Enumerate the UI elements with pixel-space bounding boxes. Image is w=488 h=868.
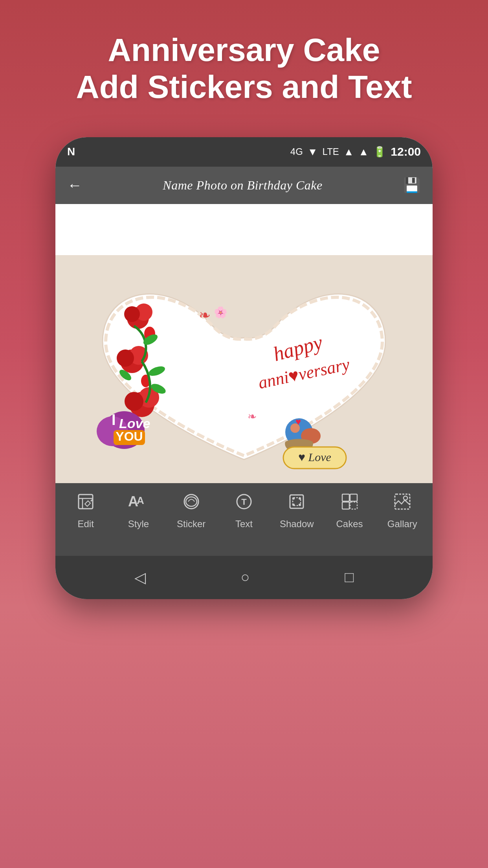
tool-style[interactable]: A A Style <box>119 493 158 530</box>
cakes-icon <box>341 493 358 513</box>
edit-label: Edit <box>77 519 94 530</box>
clock: 12:00 <box>391 145 421 158</box>
svg-text:YOU: YOU <box>116 429 143 443</box>
svg-text:❧: ❧ <box>199 307 211 323</box>
tool-shadow[interactable]: Shadow <box>277 493 316 530</box>
svg-point-3 <box>124 306 140 322</box>
wifi-icon: ▼ <box>308 146 318 158</box>
gallery-icon <box>394 493 411 513</box>
content-spacer <box>55 204 433 255</box>
style-icon: A A <box>128 493 149 513</box>
back-button[interactable]: ← <box>67 177 82 194</box>
svg-text:T: T <box>241 497 247 507</box>
style-label: Style <box>128 519 149 530</box>
text-icon: T <box>235 493 253 513</box>
lte-label: LTE <box>323 146 339 157</box>
tool-cakes[interactable]: Cakes <box>330 493 369 530</box>
sticker-label: Sticker <box>177 519 205 530</box>
tool-edit[interactable]: Edit <box>66 493 105 530</box>
gallery-label: Gallary <box>387 519 417 530</box>
text-label: Text <box>235 519 253 530</box>
carrier-icon: N <box>67 145 75 158</box>
status-bar: N 4G ▼ LTE ▲ ▲ 🔋 12:00 <box>55 137 433 167</box>
app-bar: ← Name Photo on Birthday Cake 💾 <box>55 167 433 204</box>
svg-rect-50 <box>350 502 357 509</box>
shadow-label: Shadow <box>280 519 314 530</box>
svg-point-6 <box>117 349 134 367</box>
svg-text:A: A <box>137 495 144 506</box>
svg-text:Love: Love <box>119 416 150 431</box>
tool-gallery[interactable]: Gallary <box>383 493 422 530</box>
nav-back-button[interactable]: ◁ <box>134 569 146 586</box>
shadow-icon <box>288 493 305 513</box>
tool-text[interactable]: T Text <box>224 493 264 530</box>
app-bar-title: Name Photo on Birthday Cake <box>163 178 322 193</box>
cake-canvas[interactable]: ❧ 🌸 happy anni♥versary ❧ ♥ ♥ Love I <box>55 255 433 483</box>
svg-text:🌸: 🌸 <box>214 306 227 319</box>
svg-text:I: I <box>112 412 116 428</box>
navigation-bar: ◁ ○ □ <box>55 556 433 599</box>
phone-mockup: N 4G ▼ LTE ▲ ▲ 🔋 12:00 ← Name Photo on B… <box>55 137 433 599</box>
signal-icon2: ▲ <box>359 146 369 158</box>
cakes-label: Cakes <box>336 519 363 530</box>
save-button[interactable]: 💾 <box>403 177 421 193</box>
app-header-title: Anniversary Cake Add Stickers and Text <box>52 31 435 106</box>
svg-rect-47 <box>342 494 349 501</box>
svg-text:♥: ♥ <box>295 416 301 427</box>
svg-text:♥ Love: ♥ Love <box>298 451 331 463</box>
tool-sticker[interactable]: Sticker <box>172 493 211 530</box>
bottom-toolbar: Edit A A Style Sticker <box>55 483 433 556</box>
signal-icon: ▲ <box>344 146 354 158</box>
sticker-icon <box>183 493 200 513</box>
svg-rect-33 <box>79 495 93 509</box>
nav-home-button[interactable]: ○ <box>241 569 250 586</box>
battery-icon: 🔋 <box>373 146 386 158</box>
svg-rect-49 <box>342 502 349 509</box>
svg-point-52 <box>404 496 407 500</box>
edit-icon <box>77 493 94 513</box>
svg-text:❧: ❧ <box>248 410 257 423</box>
nav-recent-button[interactable]: □ <box>345 569 354 586</box>
cake-svg: ❧ 🌸 happy anni♥versary ❧ ♥ ♥ Love I <box>55 255 433 483</box>
network-4g: 4G <box>290 146 303 157</box>
svg-point-9 <box>125 392 143 411</box>
svg-rect-41 <box>290 495 303 508</box>
svg-rect-48 <box>350 494 357 501</box>
